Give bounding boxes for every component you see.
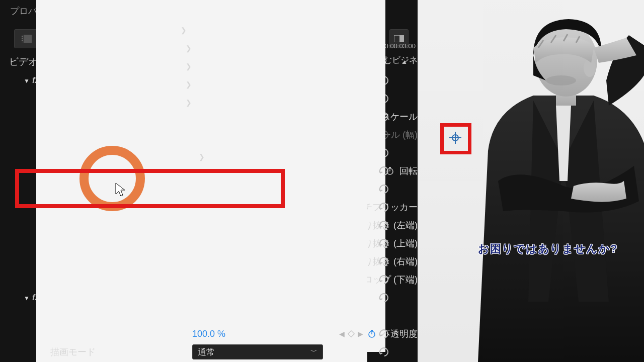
opacity-value-row: 不透明度 100.0 % ◀ ▶: [0, 325, 418, 343]
anchor-point-marker-icon: [449, 132, 461, 144]
timeline-timecode: 00:00:03:00: [381, 42, 416, 50]
svg-rect-43: [371, 330, 373, 331]
twisty-down-icon[interactable]: [21, 294, 32, 302]
twisty-down-icon[interactable]: [21, 76, 32, 84]
rotation-label: 回転: [399, 165, 418, 177]
add-keyframe-icon[interactable]: [348, 330, 355, 337]
prev-keyframe-icon[interactable]: ◀: [339, 330, 345, 338]
clip-icon: [22, 35, 32, 43]
motion-group: fx モーション 位置 80.0744.0 スケール 67.0 スケー: [0, 71, 418, 361]
chevron-down-icon: ﹀: [310, 347, 317, 356]
reset-button[interactable]: [378, 184, 391, 194]
keyframe-nav: ◀ ▶: [339, 330, 363, 338]
preview-split-icon: [394, 35, 404, 42]
reset-button[interactable]: [378, 256, 391, 266]
reset-button[interactable]: [378, 166, 391, 176]
svg-rect-2: [22, 36, 23, 37]
reset-button[interactable]: [378, 275, 391, 285]
svg-point-48: [546, 75, 576, 85]
reset-button[interactable]: [378, 220, 391, 230]
next-keyframe-icon[interactable]: ▶: [358, 330, 363, 338]
blend-mode-label: 描画モード: [50, 346, 96, 358]
stopwatch-active-icon[interactable]: [367, 329, 376, 338]
blend-mode-dropdown[interactable]: 通常 ﹀: [192, 344, 323, 359]
reset-button[interactable]: [378, 202, 391, 212]
reset-button[interactable]: [378, 238, 391, 248]
svg-rect-9: [399, 35, 404, 42]
reset-button[interactable]: [378, 329, 391, 339]
svg-rect-3: [22, 38, 23, 39]
effect-controls-panel: プロパティ エフェクトコントロール ≡ プロジェクト: お手本動画編集 ビン: …: [0, 0, 418, 362]
video-section-label: ビデオ: [9, 55, 38, 68]
preview-caption: お困りではありませんか?: [478, 241, 617, 256]
preview-figure: [458, 0, 644, 362]
blend-mode-row: 描画モード 通常 ﹀: [0, 343, 418, 361]
svg-rect-4: [22, 40, 23, 41]
reset-button[interactable]: [378, 293, 391, 303]
blend-mode-value: 通常: [198, 346, 215, 358]
reset-button[interactable]: [378, 347, 391, 357]
program-preview: お困りではありませんか?: [418, 0, 644, 362]
opacity-value[interactable]: 100.0 %: [192, 329, 225, 339]
